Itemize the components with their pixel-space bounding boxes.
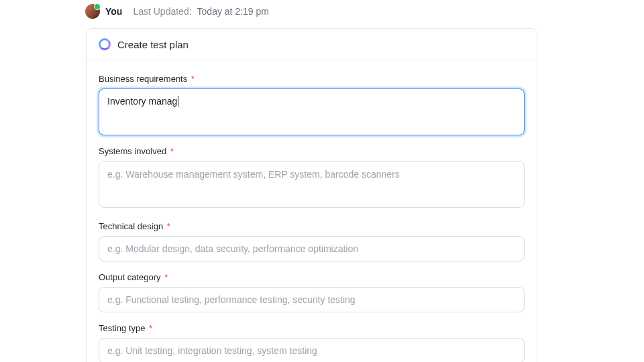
label-text: Testing type [99, 323, 145, 333]
output-category-input[interactable] [99, 287, 525, 312]
technical-design-label: Technical design * [99, 221, 525, 231]
field-systems-involved: Systems involved * [99, 146, 525, 210]
card-title: Create test plan [117, 39, 189, 50]
output-category-label: Output category * [99, 272, 525, 282]
field-technical-design: Technical design * [99, 221, 525, 261]
required-indicator: * [191, 74, 195, 84]
last-updated-value: Today at 2:19 pm [197, 6, 269, 17]
required-indicator: * [170, 146, 174, 156]
label-text: Output category [99, 272, 161, 282]
spinner-icon [99, 38, 111, 50]
card-body: Business requirements * Inventory manag … [87, 60, 537, 362]
field-testing-type: Testing type * [99, 323, 525, 362]
testing-type-input[interactable] [99, 338, 525, 362]
required-indicator: * [167, 221, 170, 231]
systems-involved-label: Systems involved * [99, 146, 525, 156]
label-text: Business requirements [99, 74, 187, 84]
required-indicator: * [164, 272, 168, 282]
field-business-requirements: Business requirements * Inventory manag [99, 74, 525, 135]
card-header: Create test plan [87, 29, 537, 60]
avatar[interactable] [85, 4, 100, 19]
business-requirements-input[interactable]: Inventory manag [99, 88, 525, 135]
testing-type-label: Testing type * [99, 323, 525, 333]
technical-design-input[interactable] [99, 236, 525, 261]
you-label: You [105, 6, 122, 17]
field-output-category: Output category * [99, 272, 525, 312]
business-requirements-label: Business requirements * [99, 74, 525, 84]
label-text: Systems involved [99, 146, 166, 156]
systems-involved-input[interactable] [99, 161, 525, 208]
text-caret [178, 96, 178, 107]
label-text: Technical design [99, 221, 163, 231]
page-header: You Last Updated: Today at 2:19 pm [0, 0, 644, 19]
create-test-plan-card: Create test plan Business requirements *… [86, 28, 537, 362]
last-updated-label: Last Updated: [133, 6, 191, 17]
required-indicator: * [149, 323, 152, 333]
input-value: Inventory manag [107, 96, 177, 107]
